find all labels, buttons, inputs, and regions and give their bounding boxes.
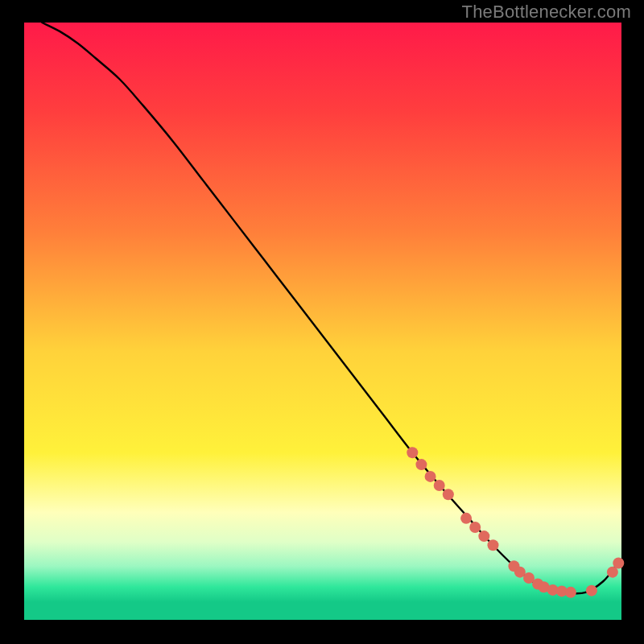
data-point (460, 513, 472, 524)
data-point (487, 539, 498, 551)
data-point (613, 558, 624, 569)
bottleneck-chart (0, 0, 644, 644)
data-point (586, 585, 597, 597)
data-point (407, 447, 418, 458)
attribution-text: TheBottlenecker.com (462, 2, 631, 23)
data-point (469, 522, 481, 533)
chart-panel (24, 23, 621, 620)
data-point (425, 471, 436, 482)
data-point (415, 459, 427, 470)
data-point (478, 530, 489, 542)
data-point (434, 480, 445, 491)
data-point (443, 489, 454, 500)
data-point (565, 587, 576, 598)
